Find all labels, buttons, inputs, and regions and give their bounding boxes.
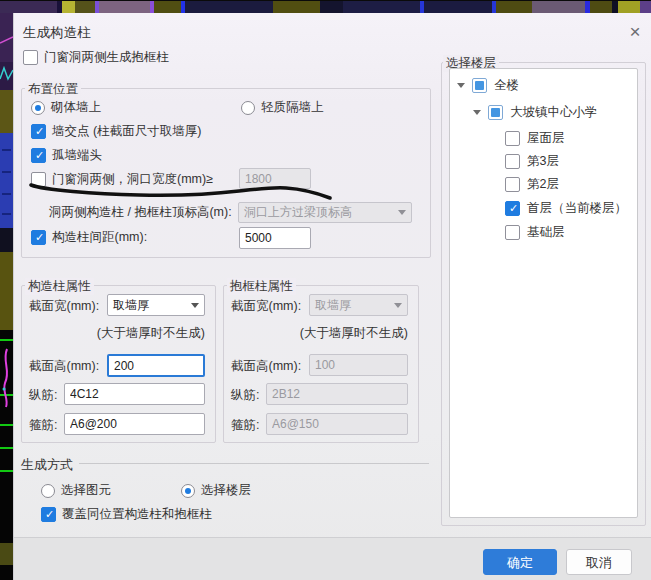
tree-item-roof-floor[interactable]: 屋面层 bbox=[505, 130, 565, 147]
select-elements-label: 选择图元 bbox=[61, 482, 111, 499]
tree-item-whole-building[interactable]: 全楼 bbox=[457, 77, 519, 94]
top-elevation-label-row: 洞两侧构造柱 / 抱框柱顶标高(m): bbox=[49, 204, 232, 221]
top-elevation-select: 洞口上方过梁顶标高 bbox=[238, 202, 412, 223]
tree-item-label: 第3层 bbox=[527, 153, 559, 170]
generate-column-dialog: 生成构造柱 × 门窗洞两侧生成抱框柱 布置位置 砌体墙上 轻质隔墙上 墙交点 (… bbox=[13, 13, 651, 580]
expander-icon[interactable] bbox=[457, 83, 465, 88]
wall-intersection-label: 墙交点 (柱截面尺寸取墙厚) bbox=[52, 123, 201, 140]
wall-intersection-row[interactable]: 墙交点 (柱截面尺寸取墙厚) bbox=[31, 123, 201, 140]
override-same-position-row[interactable]: 覆盖同位置构造柱和抱框柱 bbox=[41, 506, 212, 523]
tree-checkbox[interactable] bbox=[505, 201, 520, 216]
tree-checkbox[interactable] bbox=[488, 105, 503, 120]
masonry-wall-label: 砌体墙上 bbox=[51, 99, 101, 116]
select-elements-radio[interactable] bbox=[41, 484, 55, 498]
column-props-group-label: 构造柱属性 bbox=[25, 278, 94, 295]
top-elevation-value: 洞口上方过梁顶标高 bbox=[244, 203, 352, 222]
column-spacing-row[interactable]: 构造柱间距(mm): bbox=[31, 229, 147, 246]
column-height-label: 截面高(mm): bbox=[29, 358, 99, 375]
column-longbar-label: 纵筋: bbox=[29, 387, 57, 404]
tree-item-label: 第2层 bbox=[527, 176, 559, 193]
frame-props-group-label: 抱框柱属性 bbox=[227, 278, 296, 295]
isolated-wall-end-label: 孤墙端头 bbox=[52, 147, 102, 164]
generation-section-label: 生成方式 bbox=[21, 456, 73, 474]
light-partition-label: 轻质隔墙上 bbox=[261, 99, 324, 116]
frame-height-input bbox=[309, 354, 408, 376]
page-title: 生成构造柱 bbox=[23, 24, 91, 42]
select-elements-radio-row[interactable]: 选择图元 bbox=[41, 482, 111, 499]
override-same-position-label: 覆盖同位置构造柱和抱框柱 bbox=[62, 506, 212, 523]
frame-longbar-input bbox=[266, 383, 408, 405]
select-floors-label: 选择楼层 bbox=[201, 482, 251, 499]
tree-checkbox[interactable] bbox=[505, 131, 520, 146]
column-width-label: 截面宽(mm): bbox=[29, 298, 99, 315]
override-same-position-checkbox[interactable] bbox=[41, 507, 56, 522]
generation-section-rule bbox=[79, 463, 429, 464]
top-elevation-label: 洞两侧构造柱 / 抱框柱顶标高(m): bbox=[49, 204, 232, 221]
masonry-wall-radio-row[interactable]: 砌体墙上 bbox=[31, 99, 101, 116]
wall-intersection-checkbox[interactable] bbox=[31, 124, 46, 139]
door-window-sides-row[interactable]: 门窗洞两侧，洞口宽度(mm)≥ bbox=[31, 171, 213, 188]
tree-item-school[interactable]: 大坡镇中心小学 bbox=[473, 104, 598, 121]
column-stirrup-label: 箍筋: bbox=[29, 417, 57, 434]
tree-item-floor-3[interactable]: 第3层 bbox=[505, 153, 559, 170]
cancel-button[interactable]: 取消 bbox=[566, 549, 632, 575]
frame-column-at-openings-checkbox[interactable] bbox=[23, 50, 38, 65]
column-width-value: 取墙厚 bbox=[113, 296, 149, 315]
light-partition-radio-row[interactable]: 轻质隔墙上 bbox=[241, 99, 324, 116]
column-width-select[interactable]: 取墙厚 bbox=[107, 294, 205, 316]
cad-background-left bbox=[0, 13, 13, 580]
expander-icon[interactable] bbox=[473, 110, 481, 115]
tree-item-label: 全楼 bbox=[494, 77, 519, 94]
tree-item-label: 基础层 bbox=[527, 224, 565, 241]
door-window-sides-label: 门窗洞两侧，洞口宽度(mm)≥ bbox=[52, 171, 213, 188]
tree-checkbox[interactable] bbox=[472, 78, 487, 93]
cad-left-colors bbox=[0, 13, 13, 580]
isolated-wall-end-row[interactable]: 孤墙端头 bbox=[31, 147, 102, 164]
column-spacing-label: 构造柱间距(mm): bbox=[52, 229, 147, 246]
isolated-wall-end-checkbox[interactable] bbox=[31, 148, 46, 163]
column-height-input[interactable] bbox=[107, 354, 205, 377]
chevron-down-icon bbox=[191, 303, 199, 308]
column-longbar-input[interactable] bbox=[64, 383, 205, 405]
light-partition-radio[interactable] bbox=[241, 101, 255, 115]
frame-width-select: 取墙厚 bbox=[309, 294, 408, 316]
tree-checkbox[interactable] bbox=[505, 177, 520, 192]
placement-group-label: 布置位置 bbox=[25, 81, 81, 98]
frame-stirrup-label: 箍筋: bbox=[231, 417, 259, 434]
tree-item-label: 首层（当前楼层） bbox=[527, 200, 627, 217]
close-icon[interactable]: × bbox=[622, 19, 648, 45]
door-window-sides-checkbox[interactable] bbox=[31, 172, 46, 187]
masonry-wall-radio[interactable] bbox=[31, 101, 45, 115]
tree-item-label: 屋面层 bbox=[527, 130, 565, 147]
ok-button[interactable]: 确定 bbox=[483, 549, 557, 575]
tree-checkbox[interactable] bbox=[505, 225, 520, 240]
frame-column-at-openings-label: 门窗洞两侧生成抱框柱 bbox=[44, 49, 169, 66]
tree-item-first-floor[interactable]: 首层（当前楼层） bbox=[505, 200, 627, 217]
tree-item-floor-2[interactable]: 第2层 bbox=[505, 176, 559, 193]
tree-item-label: 大坡镇中心小学 bbox=[510, 104, 598, 121]
tree-item-foundation-floor[interactable]: 基础层 bbox=[505, 224, 565, 241]
frame-height-label: 截面高(mm): bbox=[231, 358, 301, 375]
frame-stirrup-input bbox=[266, 413, 408, 435]
column-stirrup-input[interactable] bbox=[64, 413, 205, 435]
frame-longbar-label: 纵筋: bbox=[231, 387, 259, 404]
column-width-note: (大于墙厚时不生成) bbox=[29, 325, 205, 342]
chevron-down-icon bbox=[398, 210, 406, 215]
tree-checkbox[interactable] bbox=[505, 154, 520, 169]
select-floors-radio-row[interactable]: 选择楼层 bbox=[181, 482, 251, 499]
select-floors-radio[interactable] bbox=[181, 484, 195, 498]
column-spacing-input[interactable] bbox=[239, 227, 311, 249]
frame-width-value: 取墙厚 bbox=[315, 296, 351, 315]
opening-width-input bbox=[239, 168, 311, 189]
column-spacing-checkbox[interactable] bbox=[31, 230, 46, 245]
chevron-down-icon bbox=[394, 303, 402, 308]
frame-width-note: (大于墙厚时不生成) bbox=[231, 325, 408, 342]
frame-width-label: 截面宽(mm): bbox=[231, 298, 301, 315]
cad-background-top bbox=[0, 0, 651, 13]
frame-column-at-openings-row[interactable]: 门窗洞两侧生成抱框柱 bbox=[23, 49, 169, 66]
